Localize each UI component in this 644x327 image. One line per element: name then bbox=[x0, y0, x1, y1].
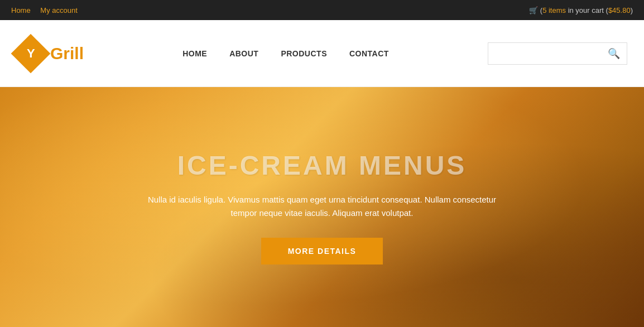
cart-icon: 🛒 ( bbox=[529, 6, 542, 15]
main-nav: HOME ABOUT PRODUCTS CONTACT bbox=[182, 49, 389, 58]
cart-area: 🛒 (5 items in your cart ($45.80) bbox=[529, 6, 633, 15]
topbar-links: Home My account bbox=[11, 6, 85, 15]
logo[interactable]: Y Grill bbox=[17, 40, 84, 68]
nav-item-about[interactable]: ABOUT bbox=[229, 49, 258, 58]
topbar: Home My account 🛒 (5 items in your cart … bbox=[0, 0, 644, 20]
home-link[interactable]: Home bbox=[11, 6, 31, 15]
hero-content: ICE-CREAM MENUS Nulla id iaculis ligula.… bbox=[143, 150, 501, 265]
search-button[interactable]: 🔍 bbox=[601, 47, 627, 60]
logo-diamond: Y bbox=[11, 33, 51, 73]
cart-count: 5 items bbox=[542, 6, 566, 15]
hero-subtitle: Nulla id iaculis ligula. Vivamus mattis … bbox=[143, 193, 501, 220]
my-account-link[interactable]: My account bbox=[40, 6, 77, 15]
nav-item-products[interactable]: PRODUCTS bbox=[281, 49, 327, 58]
cart-close: ) bbox=[631, 6, 633, 15]
search-area: 🔍 bbox=[488, 42, 627, 65]
hero-title: ICE-CREAM MENUS bbox=[143, 150, 501, 181]
search-input[interactable] bbox=[488, 43, 601, 64]
logo-icon: Y bbox=[27, 46, 35, 61]
hero-section: ICE-CREAM MENUS Nulla id iaculis ligula.… bbox=[0, 87, 644, 327]
cart-total: $45.80 bbox=[608, 6, 631, 15]
cart-text: in your cart ( bbox=[566, 6, 608, 15]
nav-item-home[interactable]: HOME bbox=[182, 49, 207, 58]
header: Y Grill HOME ABOUT PRODUCTS CONTACT 🔍 bbox=[0, 20, 644, 87]
hero-cta-button[interactable]: MORE DETAILS bbox=[261, 238, 383, 265]
nav-item-contact[interactable]: CONTACT bbox=[349, 49, 389, 58]
logo-text: Grill bbox=[50, 44, 84, 63]
